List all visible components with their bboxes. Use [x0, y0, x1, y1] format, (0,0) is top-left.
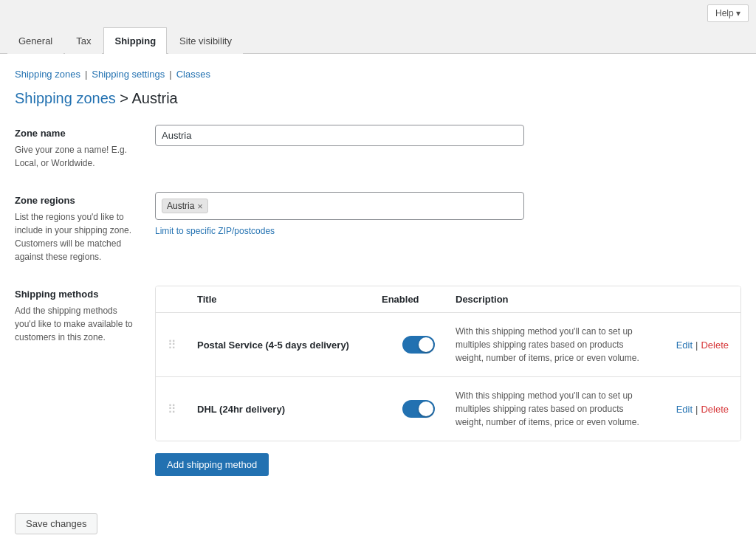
drag-handle-2[interactable]: ⠿ [168, 402, 197, 416]
header-drag [168, 294, 197, 305]
shipping-methods-heading: Shipping methods [15, 289, 140, 300]
zone-name-section: Zone name Give your zone a name! E.g. Lo… [15, 125, 741, 170]
save-section: Save changes [15, 498, 741, 534]
action-sep-1: | [695, 340, 698, 351]
zone-regions-label: Zone regions List the regions you'd like… [15, 192, 155, 263]
edit-link-2[interactable]: Edit [676, 404, 693, 415]
add-shipping-method-button[interactable]: Add shipping method [155, 453, 269, 476]
tab-shipping[interactable]: Shipping [103, 27, 167, 54]
action-sep-2: | [695, 404, 698, 415]
shipping-methods-label: Shipping methods Add the shipping method… [15, 286, 155, 476]
shipping-methods-description: Add the shipping methods you'd like to m… [15, 304, 140, 344]
header-description: Description [456, 294, 640, 305]
delete-link-1[interactable]: Delete [701, 340, 729, 351]
methods-header: Title Enabled Description [156, 286, 740, 313]
shipping-methods-content: Title Enabled Description ⠿ Postal Servi… [155, 286, 741, 476]
sub-nav-shipping-zones[interactable]: Shipping zones [15, 69, 80, 80]
region-tag-remove[interactable]: × [197, 201, 203, 211]
method-actions-1: Edit | Delete [640, 340, 729, 351]
shipping-methods-section: Shipping methods Add the shipping method… [15, 286, 741, 476]
region-input-box[interactable]: Austria × [155, 192, 524, 220]
zone-regions-content: Austria × Limit to specific ZIP/postcode… [155, 192, 741, 263]
header-actions [640, 294, 729, 305]
zone-regions-heading: Zone regions [15, 195, 140, 206]
breadcrumb: Shipping zones > Austria [15, 90, 741, 107]
sub-nav: Shipping zones | Shipping settings | Cla… [15, 69, 741, 80]
method-enabled-2 [382, 400, 456, 418]
method-actions-2: Edit | Delete [640, 404, 729, 415]
zone-regions-section: Zone regions List the regions you'd like… [15, 192, 741, 263]
zone-name-description: Give your zone a name! E.g. Local, or Wo… [15, 143, 140, 170]
save-changes-button[interactable]: Save changes [15, 513, 97, 534]
delete-link-2[interactable]: Delete [701, 404, 729, 415]
method-row: ⠿ Postal Service (4-5 days delivery) Wit… [156, 313, 740, 377]
zip-limit-link[interactable]: Limit to specific ZIP/postcodes [155, 226, 741, 236]
toggle-knob-1 [419, 337, 433, 352]
header-title: Title [197, 294, 382, 305]
zone-regions-description: List the regions you'd like to include i… [15, 210, 140, 263]
method-description-2: With this shipping method you'll can to … [456, 389, 640, 429]
sub-nav-sep-2: | [169, 69, 171, 80]
method-description-1: With this shipping method you'll can to … [456, 325, 640, 365]
method-title-1: Postal Service (4-5 days delivery) [197, 340, 382, 351]
method-title-2: DHL (24hr delivery) [197, 404, 382, 415]
sub-nav-sep-1: | [85, 69, 87, 80]
breadcrumb-link[interactable]: Shipping zones [15, 90, 116, 106]
region-tag-label: Austria [167, 201, 194, 211]
sub-nav-classes[interactable]: Classes [176, 69, 210, 80]
top-bar: Help ▾ [0, 0, 756, 27]
help-button[interactable]: Help ▾ [707, 4, 749, 22]
toggle-1[interactable] [402, 336, 435, 354]
toggle-2[interactable] [402, 400, 435, 418]
methods-table: Title Enabled Description ⠿ Postal Servi… [155, 286, 741, 441]
tabs-bar: General Tax Shipping Site visibility [0, 27, 756, 54]
tab-tax[interactable]: Tax [65, 27, 102, 54]
method-row-2: ⠿ DHL (24hr delivery) With this shipping… [156, 377, 740, 441]
main-content: Shipping zones | Shipping settings | Cla… [0, 54, 756, 541]
zone-name-label: Zone name Give your zone a name! E.g. Lo… [15, 125, 155, 170]
header-enabled: Enabled [382, 294, 456, 305]
breadcrumb-current: Austria [131, 90, 177, 106]
drag-handle-1[interactable]: ⠿ [168, 338, 197, 352]
zone-name-input[interactable] [155, 125, 524, 146]
zone-name-content [155, 125, 741, 170]
region-tag-austria: Austria × [162, 199, 208, 213]
method-enabled-1 [382, 336, 456, 354]
tab-site-visibility[interactable]: Site visibility [168, 27, 243, 54]
breadcrumb-separator: > [116, 90, 132, 106]
tab-general[interactable]: General [7, 27, 63, 54]
sub-nav-shipping-settings[interactable]: Shipping settings [92, 69, 165, 80]
toggle-knob-2 [419, 402, 433, 416]
zone-name-heading: Zone name [15, 128, 140, 139]
edit-link-1[interactable]: Edit [676, 340, 693, 351]
